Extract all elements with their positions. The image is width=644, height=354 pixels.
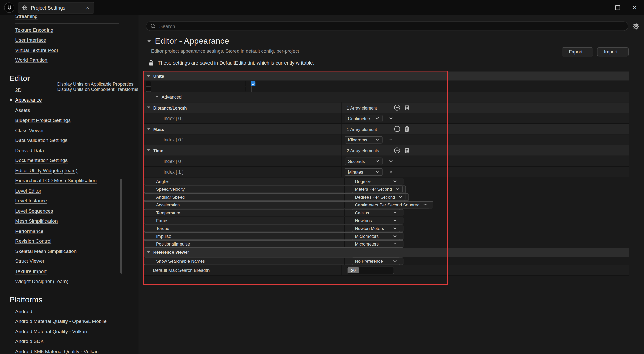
sidebar-item-texture-encoding[interactable]: Texture Encoding bbox=[0, 25, 138, 35]
section-collapse-icon[interactable] bbox=[147, 40, 151, 42]
chevron-down-icon bbox=[375, 117, 379, 120]
import-button[interactable]: Import... bbox=[597, 47, 628, 56]
category-row-reference-viewer[interactable]: Reference Viewer bbox=[144, 248, 629, 257]
chevron-down-icon bbox=[375, 170, 379, 173]
collapse-arrow-icon[interactable] bbox=[147, 106, 150, 108]
chevron-down-icon bbox=[375, 160, 379, 162]
collapse-arrow-icon[interactable] bbox=[147, 75, 150, 77]
maximize-button[interactable] bbox=[615, 5, 620, 10]
dropdown-impulse[interactable]: Micrometers bbox=[352, 232, 400, 240]
collapse-arrow-icon[interactable] bbox=[155, 96, 159, 98]
sidebar-item-texture-import[interactable]: Texture Import bbox=[0, 266, 138, 276]
dropdown-show-searchable-names[interactable]: No Preference bbox=[352, 258, 400, 265]
sidebar-item-data-validation-settings[interactable]: Data Validation Settings bbox=[0, 135, 138, 145]
checkbox-display-units-on-component-transforms[interactable] bbox=[251, 86, 252, 92]
dropdown-positionalimpulse[interactable]: Micrometers bbox=[352, 240, 400, 248]
sidebar-item-assets[interactable]: Assets bbox=[0, 105, 138, 115]
category-row-units[interactable]: Units bbox=[144, 71, 629, 81]
add-array-element-icon[interactable] bbox=[394, 104, 400, 111]
search-settings-gear-icon[interactable] bbox=[632, 23, 639, 30]
array-header-row-time[interactable]: Time2 Array elements bbox=[144, 145, 629, 156]
sidebar-item-label: Derived Data bbox=[15, 148, 44, 153]
dropdown-index-1[interactable]: Minutes bbox=[345, 168, 382, 176]
sidebar-item-android-sm5-material-quality-vulkan[interactable]: Android SM5 Material Quality - Vulkan bbox=[0, 347, 138, 354]
dropdown-angular-speed[interactable]: Degrees Per Second bbox=[352, 193, 406, 201]
sidebar-item-label: Hierarchical LOD Mesh Simplification bbox=[15, 178, 97, 184]
sidebar-item-world-partition[interactable]: World Partition bbox=[0, 55, 138, 65]
dropdown-angles[interactable]: Degrees bbox=[352, 178, 400, 185]
dropdown-temperature[interactable]: Celsius bbox=[352, 209, 400, 216]
sidebar-list: StreamingTexture EncodingUser InterfaceV… bbox=[0, 15, 138, 354]
collapse-arrow-icon[interactable] bbox=[147, 149, 150, 151]
setting-name-cell: Impulse bbox=[147, 233, 345, 240]
sidebar-item-label: Assets bbox=[15, 107, 30, 113]
sidebar-section-header-platforms: Platforms bbox=[0, 293, 138, 306]
search-input[interactable] bbox=[159, 23, 623, 30]
setting-label: Distance/Length bbox=[153, 105, 187, 110]
sidebar-item-revision-control[interactable]: Revision Control bbox=[0, 236, 138, 246]
sidebar-item-level-sequences[interactable]: Level Sequences bbox=[0, 206, 138, 216]
delete-array-icon[interactable] bbox=[404, 126, 410, 132]
minimize-button[interactable]: — bbox=[598, 5, 604, 10]
sidebar-item-level-editor[interactable]: Level Editor bbox=[0, 186, 138, 196]
sidebar-item-appearance[interactable]: Appearance bbox=[0, 95, 138, 105]
delete-array-icon[interactable] bbox=[404, 147, 410, 153]
sidebar-item-editor-utility-widgets-team[interactable]: Editor Utility Widgets (Team) bbox=[0, 166, 138, 176]
sidebar-item-struct-viewer[interactable]: Struct Viewer bbox=[0, 256, 138, 266]
setting-value-cell bbox=[246, 81, 249, 86]
sidebar-item-android[interactable]: Android bbox=[0, 306, 138, 316]
sidebar-item-label: Struct Viewer bbox=[15, 258, 44, 264]
sidebar-item-android-material-quality-opengl-mobile[interactable]: Android Material Quality - OpenGL Mobile bbox=[0, 316, 138, 326]
checkbox-display-units-on-applicable-properties[interactable] bbox=[251, 81, 256, 86]
dropdown-value: Minutes bbox=[348, 169, 363, 174]
setting-row-impulse: ImpulseMicrometers bbox=[144, 232, 403, 240]
collapse-arrow-icon[interactable] bbox=[147, 128, 150, 130]
sidebar-item-level-instance[interactable]: Level Instance bbox=[0, 196, 138, 206]
check-icon bbox=[251, 82, 255, 85]
array-header-row-distance-length[interactable]: Distance/Length1 Array element bbox=[144, 102, 629, 113]
dropdown-index-0[interactable]: Kilograms bbox=[345, 136, 382, 143]
dropdown-force[interactable]: Newtons bbox=[352, 217, 400, 224]
element-options-dropdown[interactable] bbox=[389, 160, 393, 162]
close-button[interactable]: × bbox=[632, 4, 637, 11]
element-options-dropdown[interactable] bbox=[389, 138, 393, 141]
sidebar-item-skeletal-mesh-simplification[interactable]: Skeletal Mesh Simplification bbox=[0, 246, 138, 256]
dropdown-acceleration[interactable]: Centimeters Per Second Squared bbox=[352, 201, 430, 208]
project-settings-icon bbox=[22, 5, 27, 10]
export-button[interactable]: Export... bbox=[562, 47, 593, 56]
array-header-row-mass[interactable]: Mass1 Array element bbox=[144, 124, 629, 135]
sidebar-item-blueprint-project-settings[interactable]: Blueprint Project Settings bbox=[0, 115, 138, 125]
setting-row-advanced[interactable]: Advanced bbox=[144, 92, 629, 103]
sidebar-item-hierarchical-lod-mesh-simplification[interactable]: Hierarchical LOD Mesh Simplification bbox=[0, 176, 138, 186]
dropdown-index-0[interactable]: Seconds bbox=[345, 157, 382, 165]
dropdown-torque[interactable]: Newton Meters bbox=[352, 225, 400, 232]
numeric-input-default-max-search-breadth[interactable]: 20 bbox=[347, 266, 394, 274]
chevron-down-icon bbox=[393, 180, 397, 183]
dropdown-index-0[interactable]: Centimeters bbox=[345, 115, 382, 122]
project-settings-tab[interactable]: Project Settings × bbox=[18, 2, 94, 13]
delete-array-icon[interactable] bbox=[404, 104, 410, 111]
collapse-arrow-icon[interactable] bbox=[147, 251, 150, 253]
sidebar-item-streaming[interactable]: Streaming bbox=[0, 15, 138, 22]
element-options-dropdown[interactable] bbox=[389, 170, 393, 173]
sidebar-item-user-interface[interactable]: User Interface bbox=[0, 35, 138, 45]
sidebar-item-android-sdk[interactable]: Android SDK bbox=[0, 337, 138, 347]
setting-name-cell: Show Searchable Names bbox=[147, 258, 345, 265]
sidebar-scrollbar[interactable] bbox=[120, 179, 122, 274]
tab-close-icon[interactable]: × bbox=[85, 5, 90, 11]
unreal-engine-logo-icon[interactable] bbox=[4, 3, 14, 13]
element-options-dropdown[interactable] bbox=[389, 117, 393, 120]
dropdown-speed-velocity[interactable]: Meters Per Second bbox=[352, 186, 403, 193]
sidebar-item-performance[interactable]: Performance bbox=[0, 226, 138, 236]
sidebar-item-derived-data[interactable]: Derived Data bbox=[0, 146, 138, 156]
sidebar-item-android-material-quality-vulkan[interactable]: Android Material Quality - Vulkan bbox=[0, 326, 138, 337]
sidebar-item-class-viewer[interactable]: Class Viewer bbox=[0, 125, 138, 135]
sidebar-item-mesh-simplification[interactable]: Mesh Simplification bbox=[0, 216, 138, 226]
add-array-element-icon[interactable] bbox=[394, 147, 400, 153]
setting-row-show-searchable-names: Show Searchable NamesNo Preference bbox=[144, 258, 403, 265]
search-bar[interactable] bbox=[146, 21, 628, 31]
add-array-element-icon[interactable] bbox=[394, 126, 400, 132]
sidebar-item-documentation-settings[interactable]: Documentation Settings bbox=[0, 156, 138, 166]
sidebar-item-widget-designer-team[interactable]: Widget Designer (Team) bbox=[0, 276, 138, 286]
sidebar-item-virtual-texture-pool[interactable]: Virtual Texture Pool bbox=[0, 45, 138, 55]
